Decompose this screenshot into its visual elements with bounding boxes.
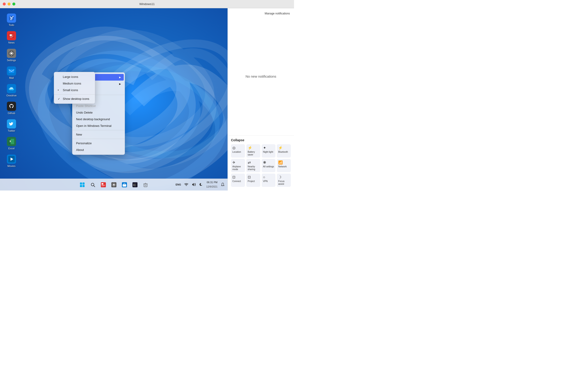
taskbar-store-button[interactable]: [120, 180, 129, 190]
tray-wifi[interactable]: [183, 182, 189, 187]
submenu-large-icons[interactable]: Large icons: [54, 74, 95, 80]
svg-rect-52: [144, 184, 147, 187]
bluetooth-tile-label: Bluetooth: [278, 151, 288, 153]
taskbar-recycle-bin-button[interactable]: [141, 180, 150, 190]
desktop-icon-movies[interactable]: Movies: [1, 153, 22, 169]
quick-tile-connect[interactable]: ⊡ Connect: [231, 174, 245, 187]
svg-line-32: [94, 186, 95, 187]
todo-icon: [7, 14, 16, 23]
desktop-icon-onedrive[interactable]: Onedrive: [1, 82, 22, 99]
github-icon: [7, 102, 16, 111]
view-submenu: Large icons Medium icons • Small icons ✓…: [54, 72, 95, 104]
taskbar-settings-button[interactable]: [109, 180, 119, 190]
context-menu-item-new[interactable]: New: [72, 131, 125, 138]
mac-titlebar: Windows11: [0, 0, 294, 8]
recycle-bin-icon: [143, 182, 148, 187]
quick-tile-location[interactable]: ◎ Location: [231, 144, 245, 158]
context-item-new-label: New: [76, 133, 82, 136]
collapse-label[interactable]: Collapse: [231, 138, 291, 142]
clock-date: 12/9/2021: [206, 185, 217, 188]
quick-tile-night-light[interactable]: ✦ Night light: [262, 144, 276, 158]
quick-tile-nearby-sharing[interactable]: ⇄ Nearby sharing: [246, 159, 260, 172]
context-menu-item-about[interactable]: About: [72, 146, 125, 153]
svg-text:X: X: [9, 140, 11, 143]
svg-rect-36: [102, 186, 104, 186]
svg-rect-10: [12, 34, 13, 35]
svg-point-31: [91, 183, 94, 186]
bluetooth-tile-icon: ⚡: [278, 146, 283, 150]
close-button[interactable]: [3, 2, 6, 5]
tray-audio[interactable]: [191, 182, 197, 187]
desktop-icon-settings[interactable]: Settings: [1, 47, 22, 63]
desktop-icon-excel[interactable]: X Excel: [1, 135, 22, 152]
quick-tile-vpn[interactable]: ○ VPN: [262, 174, 276, 187]
svg-point-44: [115, 185, 115, 186]
submenu-medium-icons[interactable]: Medium icons: [54, 80, 95, 87]
context-menu-item-personalize[interactable]: Personalize: [72, 140, 125, 146]
quick-tile-bluetooth[interactable]: ⚡ Bluetooth: [277, 144, 291, 158]
store-taskbar-icon: [122, 182, 127, 187]
svg-point-14: [11, 52, 12, 54]
todo-label: Todo: [9, 24, 14, 26]
context-separator-2: [72, 130, 125, 130]
desktop-icon-news[interactable]: News: [1, 29, 22, 46]
quick-tile-all-settings[interactable]: ❋ All settings: [262, 159, 276, 172]
minimize-button[interactable]: [8, 2, 11, 5]
quick-tile-airplane-mode[interactable]: ✈ Airplane mode: [231, 159, 245, 172]
notification-empty-area: No new notifications: [228, 17, 294, 135]
connect-tile-icon: ⊡: [232, 175, 235, 179]
context-item-view-arrow: ▶: [119, 76, 121, 79]
submenu-show-desktop-icons[interactable]: ✓ Show desktop icons: [54, 96, 95, 102]
taskbar-search-button[interactable]: [88, 180, 98, 190]
svg-point-43: [112, 183, 113, 184]
quick-tile-network[interactable]: 📶 Network: [277, 159, 291, 172]
mac-window-controls: [3, 2, 15, 5]
taskbar-terminal-button[interactable]: ⬛>_: [130, 180, 140, 190]
vpn-tile-label: VPN: [263, 180, 268, 183]
svg-rect-34: [102, 183, 103, 184]
manage-notifications-button[interactable]: Manage notifications: [265, 12, 290, 15]
quick-tile-project[interactable]: ⊡ Project: [246, 174, 260, 187]
large-icons-check: [58, 75, 61, 79]
submenu-separator: [54, 94, 95, 95]
maximize-button[interactable]: [12, 2, 15, 5]
submenu-small-icons[interactable]: • Small icons: [54, 87, 95, 93]
all-settings-tile-label: All settings: [263, 165, 274, 168]
github-label: Github: [8, 112, 15, 115]
taskbar-news-button[interactable]: [99, 180, 108, 190]
nearby-sharing-tile-label: Nearby sharing: [248, 165, 255, 171]
desktop-icon-twitter[interactable]: Twitter: [1, 118, 22, 134]
desktop-icon-mail[interactable]: Mail: [1, 64, 22, 81]
quick-tile-battery-saver[interactable]: ⚡ Battery saver: [246, 144, 260, 158]
svg-rect-9: [10, 37, 12, 38]
taskbar-start-button[interactable]: [77, 180, 87, 190]
night-light-tile-icon: ✦: [263, 146, 266, 150]
svg-point-42: [115, 184, 115, 185]
svg-point-40: [113, 186, 114, 186]
quick-tile-focus-assist[interactable]: ☽ Focus assist: [277, 174, 291, 187]
svg-rect-5: [10, 20, 12, 20]
small-icons-label: Small icons: [63, 88, 78, 92]
system-clock[interactable]: 06:31 PM 12/9/2021: [205, 180, 218, 189]
desktop-icon-github[interactable]: Github: [1, 100, 22, 116]
svg-point-46: [112, 185, 113, 186]
context-item-about-label: About: [76, 148, 84, 152]
settings-icon: [7, 49, 16, 58]
tray-language[interactable]: ENG: [175, 183, 182, 186]
main-container: Todo News Settings Mail: [0, 8, 294, 191]
context-menu-item-undo-delete[interactable]: Undo Delete: [72, 109, 125, 116]
quick-settings-grid: ◎ Location ⚡ Battery saver ✦ Night light…: [231, 144, 291, 187]
context-menu-item-next-bg[interactable]: Next desktop background: [72, 116, 125, 122]
desktop-icon-todo[interactable]: Todo: [1, 12, 22, 28]
desktop-icons-area: Todo News Settings Mail: [0, 8, 23, 191]
context-menu-item-open-terminal[interactable]: Open in Windows Terminal: [72, 122, 125, 129]
location-tile-label: Location: [232, 151, 241, 153]
medium-icons-check: [58, 82, 61, 85]
svg-rect-23: [11, 139, 14, 144]
notification-bell[interactable]: [220, 182, 226, 187]
svg-text:>_: >_: [133, 184, 136, 186]
airplane-mode-tile-label: Airplane mode: [232, 165, 241, 171]
tray-moon[interactable]: [198, 182, 204, 187]
svg-rect-4: [10, 19, 13, 19]
battery-saver-tile-label: Battery saver: [248, 151, 255, 156]
